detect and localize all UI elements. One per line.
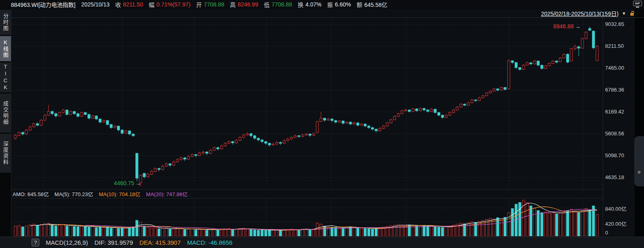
candle-body <box>191 155 193 156</box>
candle-body <box>508 61 510 89</box>
volume-bar <box>69 225 72 236</box>
price-chart-canvas[interactable] <box>11 18 603 190</box>
expand-icon: » <box>638 169 641 175</box>
candle-body <box>530 63 532 64</box>
volume-bar <box>99 227 101 236</box>
candle-body <box>526 63 529 65</box>
volume-bar <box>408 225 411 237</box>
price-axis-label: 6786.36 <box>605 87 634 93</box>
candle-body <box>522 65 525 70</box>
quote-fields: 收8211.50幅0.71%(57.97)开7708.88高8246.99低77… <box>115 0 388 9</box>
chevron-down-icon[interactable]: ▼ <box>622 11 626 16</box>
expand-panel-tab[interactable]: » <box>634 136 644 186</box>
sidebar-item-tick[interactable]: TICK <box>0 62 11 92</box>
quote-label-amplitude: 振 <box>327 0 333 9</box>
volume-bar <box>18 225 20 236</box>
candle-body <box>176 160 179 162</box>
volume-bar <box>117 229 120 236</box>
volume-bar <box>220 229 223 236</box>
macd-settings[interactable]: MACD(12,26,9) <box>46 239 88 246</box>
quote-label-change: 幅 <box>149 0 154 9</box>
volume-bar <box>21 227 24 236</box>
candle-body <box>544 66 547 68</box>
candle-body <box>419 109 422 111</box>
volume-bar <box>397 224 399 236</box>
candle-body <box>187 156 190 159</box>
unlock-icon[interactable] <box>629 11 635 16</box>
candle-body <box>515 62 517 68</box>
candle-body <box>338 121 341 122</box>
date-range-selector[interactable]: 2025/02/18-2025/10/13(159日) <box>541 9 618 17</box>
quote-field-high: 高8246.99 <box>230 0 258 9</box>
volume-bar <box>419 226 422 236</box>
volume-bar <box>73 227 75 236</box>
help-button[interactable]: ? <box>32 239 39 246</box>
sidebar-item-kline[interactable]: K线图 <box>0 36 11 61</box>
candle-body <box>136 153 138 178</box>
candle-body <box>220 146 223 149</box>
volume-bar <box>198 229 201 237</box>
volume-bar <box>320 224 322 236</box>
high-price-annotation: 8946.88 → <box>553 23 581 30</box>
volume-bar <box>272 230 274 236</box>
candle-body <box>147 174 149 177</box>
volume-bar <box>486 219 488 236</box>
volume-bar <box>250 229 252 236</box>
candle-body <box>460 104 462 107</box>
high-price-value: 8946.88 <box>553 23 574 30</box>
volume-bar <box>25 226 28 236</box>
price-axis-label: 8211.50 <box>605 43 634 49</box>
candle-body <box>301 135 304 137</box>
volume-bar <box>102 228 105 236</box>
volume-bar <box>467 223 469 236</box>
candle-body <box>567 54 569 62</box>
candle-body <box>471 100 473 103</box>
candle-body <box>309 134 311 135</box>
top-info-bar: 884963.WI[动力电池指数] 2025/10/13 收8211.50幅0.… <box>0 0 644 9</box>
candle-body <box>287 139 289 141</box>
volume-bar <box>62 224 64 236</box>
candle-body <box>81 113 83 116</box>
candle-body <box>382 126 385 128</box>
volume-bar <box>345 227 348 236</box>
candle-body <box>548 63 550 66</box>
volume-bar <box>368 229 370 236</box>
volume-bar <box>183 229 186 236</box>
volume-bar <box>526 203 529 236</box>
volume-bar <box>581 211 584 236</box>
quote-field-amount: 额645.58亿 <box>356 0 387 9</box>
volume-chart-canvas[interactable] <box>11 199 603 236</box>
candle-body <box>305 134 307 135</box>
volume-bar <box>224 229 226 236</box>
wp-monitor-icon[interactable]: WP <box>633 1 642 8</box>
candle-body <box>570 49 573 61</box>
volume-bar <box>335 227 337 236</box>
candle-body <box>209 150 212 154</box>
volume-bar <box>312 229 315 237</box>
candle-body <box>581 38 584 48</box>
volume-bar <box>500 219 503 236</box>
sidebar-item-intraday[interactable]: 分时图 <box>0 10 11 35</box>
candle-body <box>368 126 370 128</box>
volume-bar <box>589 210 591 236</box>
candle-body <box>349 122 352 124</box>
quote-field-low: 低7708.88 <box>264 0 292 9</box>
wp-label: WP <box>633 1 642 6</box>
candle-body <box>489 91 492 93</box>
candle-body <box>592 31 595 48</box>
candle-body <box>272 144 274 145</box>
candle-body <box>257 138 260 140</box>
volume-bar <box>279 231 281 236</box>
candle-body <box>533 61 536 64</box>
range-bar: 2025/02/18-2025/10/13(159日) ▼ <box>541 9 644 17</box>
candle-body <box>113 126 116 128</box>
sidebar-item-depth-info[interactable]: 深度资料 <box>0 134 11 173</box>
right-edge-strip <box>635 18 644 236</box>
price-axis-label: 4635.18 <box>605 174 634 180</box>
candle-body <box>254 136 256 138</box>
volume-bar <box>143 226 145 236</box>
volume-bar <box>150 228 153 236</box>
candle-body <box>486 93 488 96</box>
candle-body <box>40 120 43 126</box>
sidebar-item-trade-detail[interactable]: 成交明细 <box>0 94 11 133</box>
